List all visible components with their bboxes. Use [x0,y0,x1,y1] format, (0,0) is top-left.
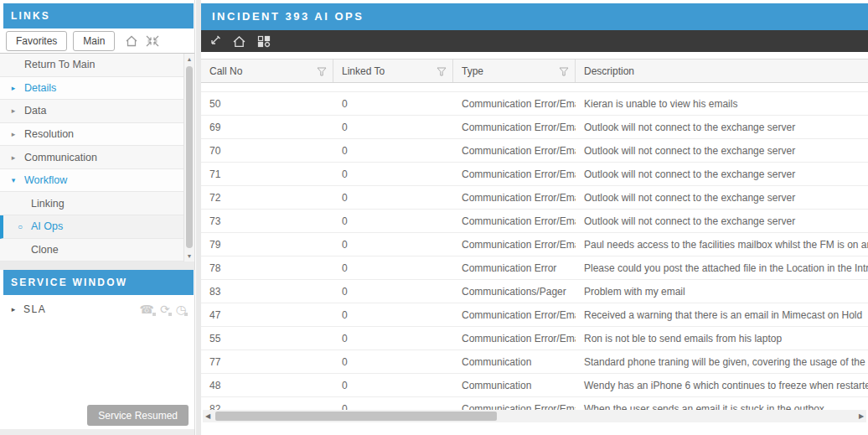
expander-icon: ○ [15,222,25,231]
table-row[interactable]: 79 0 Communication Error/Email Paul need… [201,232,868,256]
cell-linked-to: 0 [333,122,453,133]
scroll-left-icon[interactable]: ◀ [203,410,213,422]
column-header-label: Linked To [342,65,385,77]
table-body: 50 0 Communication Error/Email Kieran is… [201,83,868,420]
cell-call-no: 71 [201,168,333,180]
cell-type: Communication Error/Email [453,122,576,133]
cell-description: Received a warning that there is an emai… [576,309,868,321]
cell-type: Communication Error/Email [453,168,576,180]
service-resumed-button[interactable]: Service Resumed [87,405,189,426]
phone-icon: ☎ [140,303,154,316]
refresh-icon: ⟳ [160,303,170,316]
collapse-icon[interactable] [146,35,159,47]
table-row[interactable]: 69 0 Communication Error/Email Outlook w… [201,115,868,138]
cell-call-no: 47 [201,309,333,321]
cell-call-no: 50 [201,98,333,110]
table-row[interactable]: 83 0 Communications/Pager Problem with m… [201,279,868,303]
cell-call-no: 83 [201,286,333,298]
sidebar-tree-item[interactable]: Linking [0,192,194,215]
expander-icon[interactable]: ▸ [8,305,18,313]
sidebar-scrollbar[interactable]: ▲ ▼ [183,54,194,262]
filter-icon[interactable] [437,67,447,76]
home-icon[interactable] [232,35,246,48]
service-window-title: SERVICE WINDOW [3,270,194,295]
links-tabs: FavoritesMain [6,31,121,51]
column-header-label: Type [462,65,483,77]
sidebar-tree-item[interactable]: Return To Main [0,54,194,77]
cell-description: Outlook will not connect to the exchange… [576,215,868,227]
expander-icon: ▸ [8,84,18,92]
cell-description: Paul needs access to the facilities mail… [576,239,868,251]
cell-call-no: 70 [201,145,333,157]
cell-linked-to: 0 [333,239,453,251]
sidebar-tree-item[interactable]: ▸ Details [0,77,194,101]
cell-linked-to: 0 [333,192,453,204]
tree-item-label: Workflow [24,174,67,186]
table-row[interactable]: 72 0 Communication Error/Email Outlook w… [201,185,868,209]
cell-type: Communication [453,380,576,391]
table-row[interactable]: 70 0 Communication Error/Email Outlook w… [201,138,868,162]
table-row[interactable]: 47 0 Communication Error/Email Received … [201,303,868,326]
scrollbar-thumb[interactable] [186,66,193,248]
cell-description: Outlook will not connect to the exchange… [576,192,868,204]
column-header[interactable]: Call No [201,60,333,82]
sidebar-tree-item[interactable]: ▸ Resolution [0,123,194,147]
cell-linked-to: 0 [333,380,453,391]
links-tab[interactable]: Favorites [6,31,67,51]
collapse-arrow-icon[interactable] [209,35,221,47]
home-icon[interactable] [125,35,138,47]
cell-call-no: 77 [201,356,333,368]
sidebar-tree-item[interactable]: ▸ Communication [0,146,194,169]
cell-description: Outlook will not connect to the exchange… [576,168,868,180]
table-row[interactable]: 78 0 Communication Error Please could yo… [201,256,868,279]
sidebar-tree-item[interactable]: ▾ Workflow [0,169,194,193]
cell-linked-to: 0 [333,333,453,344]
cell-type: Communication Error/Email [453,145,576,157]
cell-type: Communication Error/Email [453,239,576,251]
cell-description: Outlook will not connect to the exchange… [576,122,868,133]
cell-description: Standard phone traning will be given, co… [576,356,868,368]
filter-icon[interactable] [559,67,569,76]
table-row[interactable]: 50 0 Communication Error/Email Kieran is… [201,91,868,115]
expander-icon: ▸ [8,106,18,115]
sla-label: SLA [23,303,46,315]
scroll-right-icon[interactable]: ▶ [856,410,866,422]
cell-type: Communication Error/Email [453,192,576,204]
links-panel-title: LINKS [3,3,194,28]
table-row[interactable]: 48 0 Communication Wendy has an iPhone 6… [201,373,868,396]
sidebar-tree-item[interactable]: ○ AI Ops [0,215,194,239]
table-row[interactable]: 71 0 Communication Error/Email Outlook w… [201,162,868,185]
grid-settings-icon[interactable] [257,35,271,48]
filter-icon[interactable] [317,67,327,76]
cell-type: Communication Error [453,262,576,274]
scroll-up-icon[interactable]: ▲ [184,56,194,62]
horizontal-scrollbar[interactable]: ◀ ▶ [203,410,866,422]
links-tab[interactable]: Main [73,31,115,51]
cell-type: Communication [453,356,576,368]
sidebar-tree-item[interactable]: ▸ Data [0,100,194,123]
cell-call-no: 48 [201,380,333,391]
column-header[interactable]: Description [576,60,868,82]
panel-gap [0,262,194,270]
table-row[interactable]: 55 0 Communication Error/Email Ron is no… [201,326,868,350]
cell-type: Communication Error/Email [453,98,576,110]
table-row[interactable]: 77 0 Communication Standard phone tranin… [201,350,868,373]
scroll-down-icon[interactable]: ▼ [184,253,194,259]
tree-item-label: AI Ops [31,220,63,232]
cell-linked-to: 0 [333,215,453,227]
cell-call-no: 79 [201,239,333,251]
cell-linked-to: 0 [333,168,453,180]
column-header[interactable]: Type [453,60,576,82]
cell-type: Communication Error/Email [453,333,576,344]
table-row[interactable]: 73 0 Communication Error/Email Outlook w… [201,209,868,232]
cell-description: Kieran is unable to view his emails [576,98,868,110]
sla-row[interactable]: ▸ SLA ☎ ⟳ ◷ [0,295,194,323]
column-header[interactable]: Linked To [333,60,453,82]
clock-icon: ◷ [176,303,186,316]
cell-call-no: 72 [201,192,333,204]
sidebar-tree-item[interactable]: Clone [0,239,194,262]
tree-item-label: Communication [24,152,97,163]
scrollbar-thumb[interactable] [215,412,497,421]
bottom-strip [0,429,194,435]
tree-item-label: Data [24,105,46,117]
